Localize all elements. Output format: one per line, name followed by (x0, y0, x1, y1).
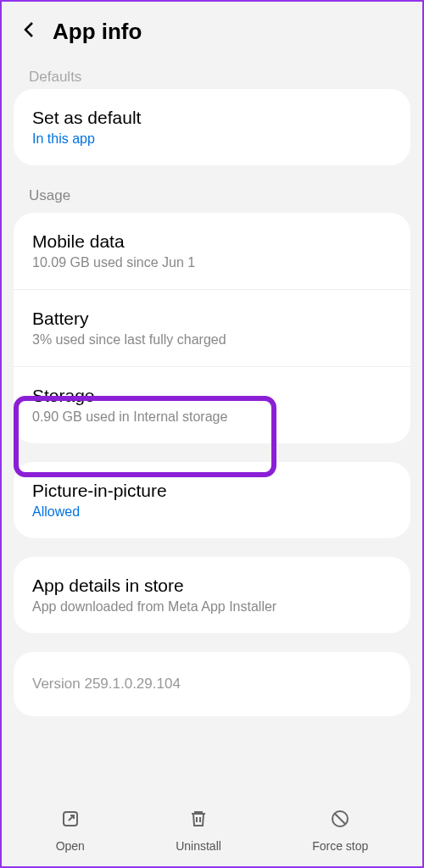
bottom-action-bar: Open Uninstall Force stop (2, 793, 422, 866)
app-details-sub: App downloaded from Meta App Installer (32, 599, 392, 615)
section-label-usage: Usage (2, 165, 422, 213)
force-stop-button[interactable]: Force stop (312, 809, 368, 853)
app-details-title: App details in store (32, 576, 392, 596)
battery-sub: 3% used since last fully charged (32, 332, 392, 348)
battery-title: Battery (32, 309, 392, 329)
app-info-header: App info (2, 2, 422, 53)
open-label: Open (56, 839, 85, 853)
section-label-defaults: Defaults (2, 53, 422, 89)
pip-card: Picture-in-picture Allowed (14, 462, 410, 538)
storage-sub: 0.90 GB used in Internal storage (32, 409, 392, 425)
pip-title: Picture-in-picture (32, 481, 392, 501)
force-stop-label: Force stop (312, 839, 368, 853)
page-title: App info (53, 19, 142, 45)
uninstall-button[interactable]: Uninstall (176, 809, 221, 853)
stop-icon (330, 809, 350, 832)
storage-title: Storage (32, 386, 392, 406)
app-details-item[interactable]: App details in store App downloaded from… (14, 557, 410, 633)
app-details-card: App details in store App downloaded from… (14, 557, 410, 633)
mobile-data-title: Mobile data (32, 231, 392, 252)
open-icon (60, 809, 81, 832)
battery-item[interactable]: Battery 3% used since last fully charged (14, 289, 410, 366)
set-as-default-item[interactable]: Set as default In this app (14, 89, 410, 165)
back-icon[interactable] (22, 19, 37, 45)
picture-in-picture-item[interactable]: Picture-in-picture Allowed (14, 462, 410, 538)
open-button[interactable]: Open (56, 809, 85, 853)
uninstall-label: Uninstall (176, 839, 221, 853)
set-as-default-title: Set as default (32, 108, 392, 128)
version-text: Version 259.1.0.29.104 (32, 676, 181, 692)
trash-icon (188, 809, 209, 832)
mobile-data-sub: 10.09 GB used since Jun 1 (32, 255, 392, 270)
defaults-card: Set as default In this app (14, 89, 410, 165)
mobile-data-item[interactable]: Mobile data 10.09 GB used since Jun 1 (14, 213, 410, 289)
version-card: Version 259.1.0.29.104 (14, 652, 410, 716)
set-as-default-sub: In this app (32, 131, 392, 147)
pip-sub: Allowed (32, 504, 392, 520)
usage-card: Mobile data 10.09 GB used since Jun 1 Ba… (14, 213, 410, 443)
storage-item[interactable]: Storage 0.90 GB used in Internal storage (14, 366, 410, 443)
